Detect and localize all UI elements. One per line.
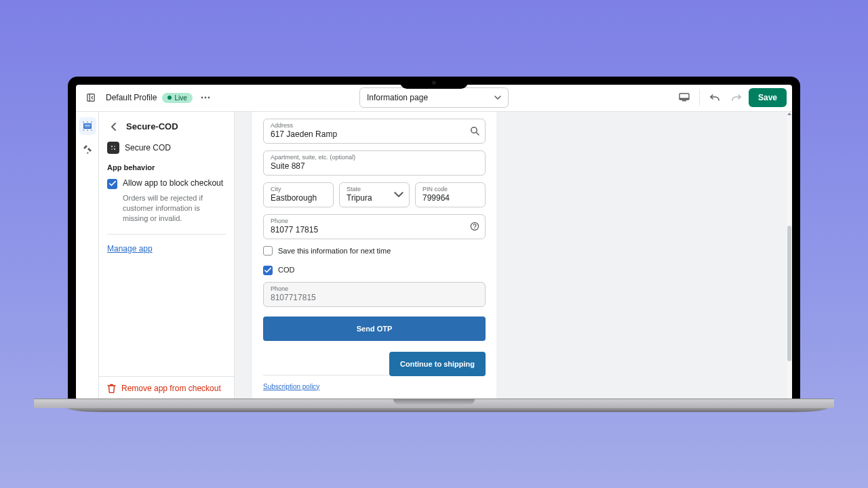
left-rail xyxy=(76,112,99,400)
svg-point-21 xyxy=(471,127,477,133)
settings-sidebar: Secure-COD Secure COD App behavior Allo xyxy=(99,112,235,400)
trash-icon xyxy=(107,384,116,393)
save-button[interactable]: Save xyxy=(749,88,787,107)
redo-button[interactable] xyxy=(727,88,746,107)
profile-selector[interactable]: Default Profile Live xyxy=(106,88,213,107)
svg-rect-8 xyxy=(84,125,90,125)
city-field[interactable]: City Eastborough xyxy=(263,182,334,207)
svg-point-10 xyxy=(83,121,84,123)
exit-editor-button[interactable] xyxy=(81,88,100,107)
address-field[interactable]: Address 617 Jaeden Ramp xyxy=(263,119,486,144)
scrollbar-thumb[interactable] xyxy=(787,226,791,361)
continue-shipping-button[interactable]: Continue to shipping xyxy=(389,352,486,376)
chevron-down-icon xyxy=(494,96,501,100)
save-info-checkbox[interactable] xyxy=(263,246,273,256)
svg-rect-9 xyxy=(84,126,90,127)
cod-checkbox[interactable] xyxy=(263,266,273,275)
profile-more-button[interactable] xyxy=(198,88,213,107)
undo-button[interactable] xyxy=(705,88,724,107)
chevron-down-icon xyxy=(394,190,403,199)
svg-rect-5 xyxy=(679,98,689,100)
help-icon[interactable] xyxy=(470,222,479,231)
manage-app-link[interactable]: Manage app xyxy=(107,244,226,253)
sidebar-title: Secure-COD xyxy=(126,121,178,131)
svg-point-2 xyxy=(204,97,206,99)
phone-field[interactable]: Phone 81077 17815 xyxy=(263,214,486,239)
live-badge: Live xyxy=(162,93,192,103)
search-icon xyxy=(470,126,479,136)
svg-point-20 xyxy=(114,148,115,150)
apartment-field[interactable]: Apartment, suite, etc. (optional) Suite … xyxy=(263,150,486,176)
remove-app-button[interactable]: Remove app from checkout xyxy=(99,376,234,400)
back-button[interactable] xyxy=(107,120,121,134)
cod-phone-field: Phone 8107717815 xyxy=(263,282,486,307)
page-selector[interactable]: Information page xyxy=(359,87,509,108)
svg-point-13 xyxy=(83,129,84,131)
svg-rect-0 xyxy=(87,94,95,102)
desktop-view-button[interactable] xyxy=(675,88,694,107)
subscription-policy-link[interactable]: Subscription policy xyxy=(263,383,319,390)
svg-point-19 xyxy=(111,148,113,150)
svg-rect-7 xyxy=(83,123,92,129)
app-row[interactable]: Secure COD xyxy=(107,140,226,161)
block-checkout-checkbox[interactable] xyxy=(107,179,117,189)
pincode-field[interactable]: PIN code 799964 xyxy=(415,182,486,207)
rail-apps-button[interactable] xyxy=(79,140,96,158)
svg-rect-16 xyxy=(110,144,117,151)
preview-scrollbar[interactable] xyxy=(787,112,792,400)
svg-point-1 xyxy=(201,97,203,99)
svg-point-12 xyxy=(91,121,92,123)
svg-point-3 xyxy=(208,97,210,99)
checkout-preview: Address 617 Jaeden Ramp Apartment, suite… xyxy=(235,112,792,400)
state-select[interactable]: State Tripura xyxy=(339,182,410,207)
scroll-up-icon[interactable] xyxy=(787,112,792,117)
rail-sections-button[interactable] xyxy=(79,117,96,135)
editor-topbar: Default Profile Live Information page xyxy=(76,85,792,112)
section-heading: App behavior xyxy=(107,163,226,171)
svg-point-18 xyxy=(114,146,115,147)
app-icon xyxy=(107,142,119,154)
svg-point-14 xyxy=(87,129,88,131)
svg-point-17 xyxy=(111,146,113,147)
send-otp-button[interactable]: Send OTP xyxy=(263,317,486,341)
svg-rect-6 xyxy=(682,100,686,101)
laptop-notch xyxy=(400,77,468,89)
svg-point-15 xyxy=(91,129,92,131)
svg-point-11 xyxy=(87,121,88,123)
checkout-form: Address 617 Jaeden Ramp Apartment, suite… xyxy=(252,112,496,400)
